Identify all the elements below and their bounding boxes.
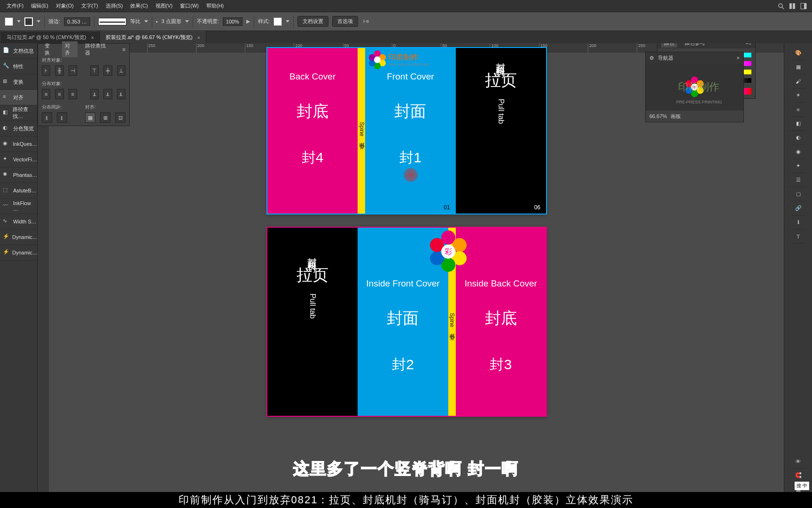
align-to-selection-button[interactable]: ⊞ bbox=[100, 112, 110, 123]
artboards-panel-icon[interactable]: ▢ bbox=[791, 187, 805, 201]
dist-vcenter-button[interactable]: ≡ bbox=[55, 89, 63, 99]
menu-help[interactable]: 帮助(H) bbox=[203, 2, 227, 9]
align-hcenter-button[interactable]: ╫ bbox=[55, 65, 63, 76]
workspace-icon[interactable] bbox=[787, 1, 798, 11]
menu-window[interactable]: 窗口(W) bbox=[176, 2, 203, 9]
dist-right-button[interactable]: ⫫ bbox=[117, 89, 125, 99]
graphic-styles-icon[interactable]: ✦ bbox=[791, 159, 805, 173]
menu-select[interactable]: 选择(S) bbox=[102, 2, 127, 9]
align-flyout-icon[interactable]: ⊦≡ bbox=[362, 17, 370, 26]
align-right-button[interactable]: ⊣ bbox=[69, 65, 77, 76]
align-to-artboard-button[interactable]: ▦ bbox=[85, 112, 95, 123]
align-top-button[interactable]: ⊤ bbox=[90, 65, 99, 76]
dist-left-button[interactable]: ⫫ bbox=[90, 89, 99, 99]
dash-dropdown-icon[interactable] bbox=[185, 20, 189, 23]
canvas-area[interactable]: 3503002502001501005005010015020025030035… bbox=[38, 43, 784, 497]
appearance-panel-icon[interactable]: ◉ bbox=[791, 145, 805, 159]
color-panel-icon[interactable]: 🎨 bbox=[791, 46, 805, 60]
phantasm-icon: ✺ bbox=[3, 171, 10, 179]
zoom-value[interactable]: 66.67% bbox=[649, 113, 667, 119]
stroke-style-preview[interactable] bbox=[98, 18, 126, 25]
stroke-panel-icon[interactable]: ≡ bbox=[791, 103, 805, 117]
proportion-label[interactable]: 等比 bbox=[130, 18, 141, 25]
navigator-preview[interactable]: 彩 印前制作 PRE-PRESS PRINTING bbox=[646, 64, 743, 111]
style-dropdown-icon[interactable] bbox=[286, 20, 289, 23]
panel-menu-icon[interactable]: ≡ bbox=[123, 47, 125, 52]
fill-swatch[interactable] bbox=[5, 17, 13, 26]
menu-file[interactable]: 文件(F) bbox=[3, 2, 27, 9]
dash-label[interactable]: 3 点圆形 bbox=[162, 18, 181, 25]
menubar: 文件(F) 编辑(E) 对象(O) 文字(T) 选择(S) 效果(C) 视图(V… bbox=[0, 0, 812, 12]
dist-bottom-button[interactable]: ≡ bbox=[69, 89, 77, 99]
style-swatch[interactable] bbox=[273, 17, 282, 26]
panel-astute[interactable]: ⬚AstuteB… bbox=[0, 183, 37, 198]
align-vcenter-button[interactable]: ╪ bbox=[103, 65, 112, 76]
distribute-spacing-label: 分布间距: bbox=[38, 102, 81, 111]
panel-transform[interactable]: ⊞变换 bbox=[0, 74, 37, 90]
panel-vectorfirst[interactable]: ✦VectorFi… bbox=[0, 152, 37, 167]
dist-hspace-button[interactable]: ⫿ bbox=[57, 112, 67, 123]
menu-view[interactable]: 视图(V) bbox=[152, 2, 177, 9]
menu-object[interactable]: 对象(O) bbox=[52, 2, 78, 9]
stroke-dropdown-icon[interactable] bbox=[37, 20, 40, 23]
panel-inkflow[interactable]: 〰InkFlow … bbox=[0, 198, 37, 214]
arrange-icon[interactable] bbox=[798, 1, 809, 11]
color-guide-tab[interactable]: 颜色参考 bbox=[682, 43, 708, 48]
artboard-outer-cover[interactable]: Back Cover 封底 封4 Spine 书 脊 bbox=[267, 48, 546, 214]
layers-panel-icon[interactable]: ☰ bbox=[791, 173, 805, 187]
fill-dropdown-icon[interactable] bbox=[17, 20, 21, 23]
align-to-key-button[interactable]: ⊡ bbox=[115, 112, 125, 123]
gradient-panel-icon[interactable]: ◧ bbox=[791, 117, 805, 131]
align-tab-transform[interactable]: 变换 bbox=[42, 41, 57, 57]
swatches-panel-icon[interactable]: ▦ bbox=[791, 60, 805, 74]
panel-attributes[interactable]: 🔧特性 bbox=[0, 59, 37, 74]
watermark-sub: PRE-PRESS PRINTING bbox=[676, 100, 722, 104]
search-icon[interactable] bbox=[775, 1, 787, 11]
links-panel-icon[interactable]: 🔗 bbox=[791, 201, 805, 215]
close-icon[interactable]: × bbox=[91, 35, 94, 40]
ime-badge[interactable]: 搜 中 bbox=[795, 482, 809, 490]
doc-tab-2[interactable]: 胶装拉页.ai* @ 66.67 % (CMYK/预览)× bbox=[100, 31, 206, 43]
opacity-input[interactable]: 100% bbox=[223, 17, 242, 26]
dist-top-button[interactable]: ≡ bbox=[42, 89, 50, 99]
svg-rect-2 bbox=[789, 3, 792, 9]
info-panel-icon[interactable]: ℹ bbox=[791, 215, 805, 230]
panel-dynamic2[interactable]: ⚡Dynamic… bbox=[0, 245, 37, 261]
color-tab[interactable]: 颜色 bbox=[661, 43, 677, 48]
menu-edit[interactable]: 编辑(E) bbox=[27, 2, 52, 9]
magnet-icon[interactable]: 🧲 bbox=[791, 468, 805, 483]
stroke-weight-input[interactable]: 0.353 … bbox=[64, 17, 90, 26]
preferences-button[interactable]: 首选项 bbox=[332, 16, 358, 27]
align-left-button[interactable]: ⊦ bbox=[42, 65, 50, 76]
panel-dynamic1[interactable]: ⚡Dynamic… bbox=[0, 230, 37, 245]
panel-align[interactable]: ≡对齐 bbox=[0, 90, 37, 105]
eye-icon[interactable]: 👁 bbox=[791, 454, 805, 468]
panel-phantasm[interactable]: ✺Phantas… bbox=[0, 167, 37, 183]
dist-hcenter-button[interactable]: ⫫ bbox=[103, 89, 112, 99]
dist-vspace-button[interactable]: ⫿ bbox=[42, 112, 52, 123]
panel-separation[interactable]: ◐分色预览 bbox=[0, 121, 37, 136]
panel-docinfo[interactable]: 📄文档信息 bbox=[0, 43, 37, 59]
close-icon[interactable]: × bbox=[737, 55, 740, 61]
artboard-inner-cover[interactable]: 封面机封 拉页 Pull tab Inside Front Cover 封面 封… bbox=[267, 228, 546, 416]
symbols-panel-icon[interactable]: ✶ bbox=[791, 88, 805, 103]
transparency-panel-icon[interactable]: ◐ bbox=[791, 131, 805, 145]
menu-effect[interactable]: 效果(C) bbox=[126, 2, 151, 9]
menu-type[interactable]: 文字(T) bbox=[78, 2, 102, 9]
align-bottom-button[interactable]: ⊥ bbox=[117, 65, 125, 76]
proportion-dropdown-icon[interactable] bbox=[144, 20, 148, 23]
type-panel-icon[interactable]: T bbox=[791, 230, 805, 244]
close-icon[interactable]: × bbox=[197, 35, 200, 40]
panel-widthstamp[interactable]: ∿Width S… bbox=[0, 214, 37, 230]
panel-menu-icon[interactable]: »≡ bbox=[745, 43, 751, 46]
panel-inkquest[interactable]: ◉InkQues… bbox=[0, 136, 37, 152]
align-tab-pathfinder[interactable]: 路径查找器 bbox=[82, 41, 113, 57]
stroke-swatch[interactable] bbox=[24, 17, 33, 26]
docinfo-icon: 📄 bbox=[3, 47, 10, 55]
panel-pathfinder[interactable]: ◧路径查找… bbox=[0, 105, 37, 121]
align-tab-align[interactable]: 对齐 bbox=[62, 41, 78, 57]
document-setup-button[interactable]: 文档设置 bbox=[297, 16, 328, 27]
brushes-panel-icon[interactable]: 🖌 bbox=[791, 74, 805, 88]
gear-icon[interactable]: ⚙ bbox=[649, 55, 654, 61]
document-tabbar: 马订拉页.ai* @ 50 % (CMYK/预览)× 胶装拉页.ai* @ 66… bbox=[0, 31, 812, 43]
